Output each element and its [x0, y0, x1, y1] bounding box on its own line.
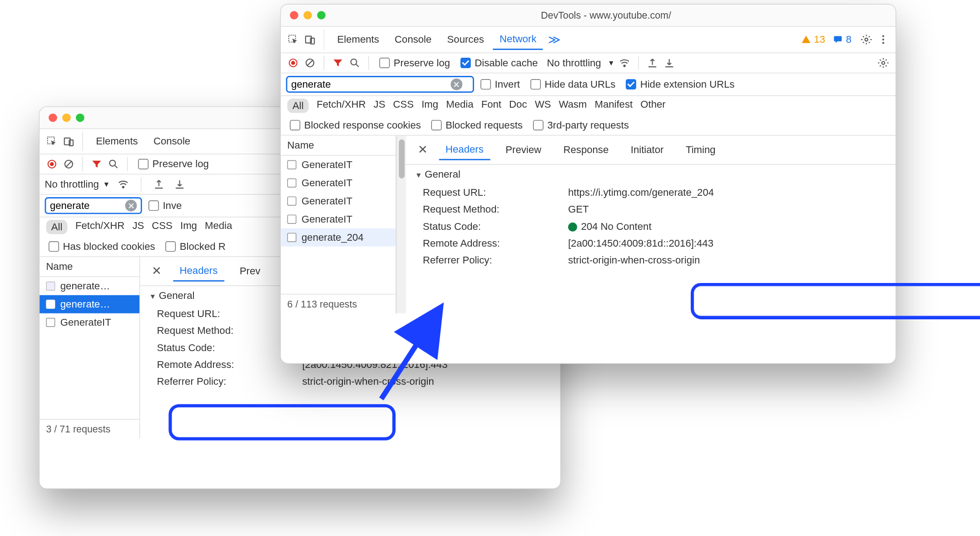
request-row-selected[interactable]: generate…	[40, 295, 139, 313]
warning-count[interactable]: 13	[801, 34, 825, 45]
kebab-menu-icon[interactable]	[876, 32, 890, 46]
request-row[interactable]: GenerateIT	[40, 313, 139, 332]
message-count[interactable]: 8	[833, 34, 851, 45]
close-icon[interactable]	[49, 114, 57, 122]
tab-elements[interactable]: Elements	[331, 30, 386, 50]
hide-extension-urls-checkbox[interactable]: Hide extension URLs	[622, 77, 738, 91]
referrer-policy-label: Referrer Policy:	[157, 376, 287, 387]
details-tab-initiator[interactable]: Initiator	[624, 140, 670, 159]
type-tab[interactable]: Media	[446, 99, 473, 113]
tab-network[interactable]: Network	[493, 29, 543, 50]
throttling-select[interactable]: No throttling▼	[547, 57, 614, 69]
search-icon[interactable]	[106, 157, 120, 171]
close-icon[interactable]	[290, 11, 298, 20]
type-tab[interactable]: CSS	[393, 99, 414, 113]
preserve-log-checkbox[interactable]: Preserve log	[134, 157, 213, 171]
details-tab-response[interactable]: Response	[557, 140, 615, 159]
wifi-icon[interactable]	[617, 56, 631, 70]
blocked-row: Blocked response cookies Blocked request…	[281, 115, 896, 135]
type-tab-all[interactable]: All	[46, 220, 67, 234]
throttling-select[interactable]: No throttling ▼	[45, 179, 110, 190]
request-row[interactable]: GenerateIT	[281, 174, 396, 192]
request-row[interactable]: generate_204	[281, 228, 396, 247]
filter-icon[interactable]	[331, 56, 345, 70]
request-row[interactable]: GenerateIT	[281, 156, 396, 174]
clear-filter-icon[interactable]: ✕	[125, 200, 137, 212]
search-icon[interactable]	[347, 56, 361, 70]
type-tab[interactable]: JS	[132, 220, 144, 234]
blocked-requests-checkbox[interactable]: Blocked requests	[427, 118, 526, 132]
traffic-lights[interactable]	[49, 114, 84, 122]
request-row[interactable]: GenerateIT	[281, 192, 396, 210]
tab-console[interactable]: Console	[388, 30, 438, 50]
inspect-icon[interactable]	[45, 134, 59, 149]
inspect-icon[interactable]	[286, 32, 300, 46]
type-tab[interactable]: Manifest	[594, 99, 633, 113]
titlebar[interactable]: DevTools - www.youtube.com/	[281, 5, 896, 27]
blocked-response-cookies-checkbox[interactable]: Blocked response cookies	[286, 118, 425, 132]
download-icon[interactable]	[173, 177, 187, 191]
type-tab[interactable]: Media	[205, 220, 232, 234]
type-tab[interactable]: CSS	[152, 220, 173, 234]
upload-icon[interactable]	[645, 56, 659, 70]
maximize-icon[interactable]	[317, 11, 326, 20]
device-toggle-icon[interactable]	[303, 32, 317, 46]
tab-console[interactable]: Console	[147, 132, 197, 151]
general-section-header[interactable]: General	[406, 165, 896, 184]
name-column-header[interactable]: Name	[40, 257, 139, 277]
settings-gear-icon[interactable]	[859, 32, 873, 46]
traffic-lights[interactable]	[290, 11, 326, 20]
request-row[interactable]: generate…	[40, 277, 139, 295]
details-tab-preview[interactable]: Prev	[233, 261, 267, 281]
type-tab[interactable]: Img	[180, 220, 197, 234]
third-party-checkbox[interactable]: 3rd-party requests	[529, 118, 633, 132]
type-tab[interactable]: Font	[481, 99, 501, 113]
details-tab-headers[interactable]: Headers	[173, 261, 224, 282]
minimize-icon[interactable]	[62, 114, 71, 122]
type-tab[interactable]: Other	[640, 99, 665, 113]
has-blocked-cookies-checkbox[interactable]: Has blocked cookies	[45, 239, 159, 253]
tab-elements[interactable]: Elements	[89, 132, 144, 151]
clear-icon[interactable]	[303, 56, 317, 70]
filter-input[interactable]	[50, 200, 121, 212]
type-tab[interactable]: WS	[535, 99, 551, 113]
device-toggle-icon[interactable]	[62, 134, 76, 149]
request-row[interactable]: GenerateIT	[281, 210, 396, 228]
record-icon[interactable]	[45, 157, 59, 171]
more-tabs-icon[interactable]: ≫	[545, 32, 563, 46]
download-icon[interactable]	[662, 56, 676, 70]
type-tab[interactable]: Fetch/XHR	[317, 99, 366, 113]
filter-input[interactable]	[291, 79, 447, 90]
type-tab[interactable]: JS	[374, 99, 386, 113]
request-list-scrollbar[interactable]	[396, 135, 406, 313]
record-icon[interactable]	[286, 56, 300, 70]
details-tab-preview[interactable]: Preview	[499, 140, 548, 159]
preserve-log-checkbox[interactable]: Preserve log	[376, 56, 454, 70]
filter-input-wrap[interactable]: ✕	[286, 76, 474, 93]
filter-input-wrap[interactable]: ✕	[45, 197, 142, 214]
hide-data-urls-checkbox[interactable]: Hide data URLs	[526, 77, 619, 91]
maximize-icon[interactable]	[76, 114, 84, 122]
upload-icon[interactable]	[152, 177, 166, 191]
disable-cache-checkbox[interactable]: Disable cache	[456, 56, 542, 70]
type-tab[interactable]: Fetch/XHR	[75, 220, 124, 234]
clear-filter-icon[interactable]: ✕	[450, 79, 462, 90]
type-tab[interactable]: Doc	[509, 99, 527, 113]
filter-icon[interactable]	[89, 157, 104, 171]
minimize-icon[interactable]	[303, 11, 312, 20]
wifi-icon[interactable]	[116, 177, 130, 191]
network-settings-gear-icon[interactable]	[876, 56, 890, 70]
type-tab[interactable]: Wasm	[559, 99, 587, 113]
name-column-header[interactable]: Name	[281, 135, 396, 155]
type-tab[interactable]: Img	[421, 99, 438, 113]
invert-checkbox[interactable]: Invert	[477, 77, 524, 91]
clear-icon[interactable]	[62, 157, 76, 171]
invert-checkbox[interactable]: Inve	[144, 199, 185, 213]
close-details-icon[interactable]: ✕	[415, 143, 430, 157]
close-details-icon[interactable]: ✕	[149, 264, 164, 278]
type-tab-all[interactable]: All	[287, 99, 309, 113]
details-tab-timing[interactable]: Timing	[679, 140, 722, 159]
details-tab-headers[interactable]: Headers	[439, 139, 490, 160]
blocked-r-checkbox[interactable]: Blocked R	[162, 239, 229, 253]
tab-sources[interactable]: Sources	[441, 30, 490, 50]
